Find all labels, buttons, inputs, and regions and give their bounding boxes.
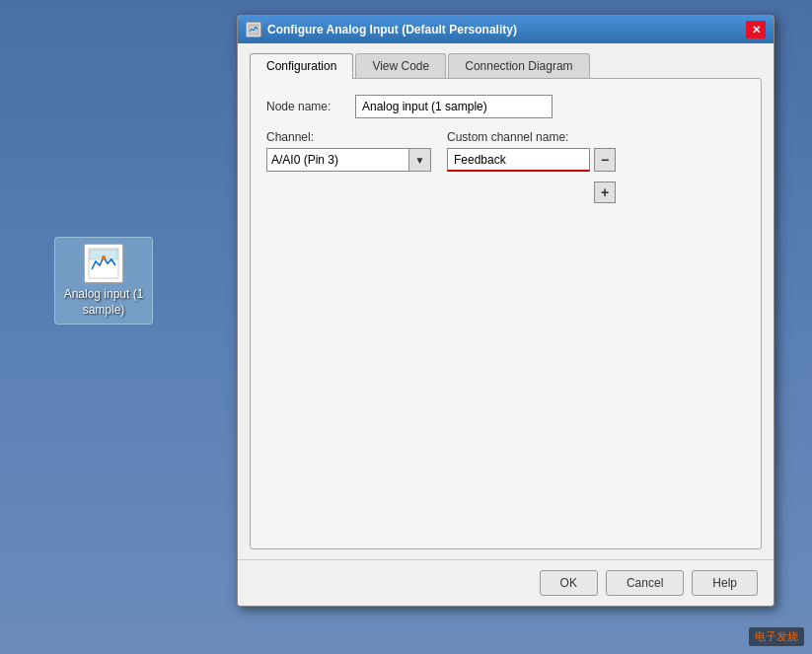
dropdown-arrow-icon[interactable]: ▼: [409, 148, 431, 172]
dialog-content: Configuration View Code Connection Diagr…: [238, 43, 774, 559]
custom-channel-label: Custom channel name:: [447, 130, 616, 144]
custom-channel-col: Custom channel name: − +: [447, 130, 616, 203]
watermark: 电子发烧: [749, 627, 804, 646]
dialog-footer: OK Cancel Help: [238, 559, 774, 606]
plus-button[interactable]: +: [594, 182, 616, 203]
tab-view-code[interactable]: View Code: [355, 53, 446, 78]
custom-channel-wrap: −: [447, 148, 616, 172]
dialog-icon: [246, 22, 261, 37]
close-button[interactable]: ✕: [746, 21, 766, 38]
help-button[interactable]: Help: [692, 570, 758, 596]
ok-button[interactable]: OK: [540, 570, 598, 596]
desktop-icon-label: Analog input (1 sample): [61, 287, 146, 318]
tab-bar: Configuration View Code Connection Diagr…: [250, 53, 762, 78]
desktop-icon-analog-input[interactable]: Analog input (1 sample): [54, 237, 153, 325]
cancel-button[interactable]: Cancel: [606, 570, 684, 596]
configuration-panel: Node name: Channel: A/AI0 (Pin 3) A/AI1 …: [250, 78, 762, 549]
configure-dialog: Configure Analog Input (Default Personal…: [237, 15, 775, 607]
add-row: +: [447, 176, 616, 203]
channel-label: Channel:: [266, 130, 431, 144]
tab-connection-diagram[interactable]: Connection Diagram: [448, 53, 589, 78]
node-name-row: Node name:: [266, 95, 745, 118]
custom-channel-input[interactable]: [447, 148, 590, 172]
channel-select[interactable]: A/AI0 (Pin 3) A/AI1 (Pin 5) A/AI2 (Pin 7…: [266, 148, 409, 172]
channel-section: Channel: A/AI0 (Pin 3) A/AI1 (Pin 5) A/A…: [266, 130, 745, 203]
dialog-title: Configure Analog Input (Default Personal…: [267, 23, 746, 36]
node-name-input[interactable]: [355, 95, 553, 118]
channel-select-wrap: A/AI0 (Pin 3) A/AI1 (Pin 5) A/AI2 (Pin 7…: [266, 148, 431, 172]
dialog-titlebar: Configure Analog Input (Default Personal…: [238, 16, 774, 43]
svg-point-2: [102, 255, 106, 259]
channel-col: Channel: A/AI0 (Pin 3) A/AI1 (Pin 5) A/A…: [266, 130, 431, 172]
desktop: Analog input (1 sample) Configure Analog…: [0, 0, 812, 654]
node-name-label: Node name:: [266, 100, 355, 113]
icon-image: [84, 244, 123, 283]
minus-button[interactable]: −: [594, 148, 616, 172]
tab-configuration[interactable]: Configuration: [250, 53, 353, 79]
